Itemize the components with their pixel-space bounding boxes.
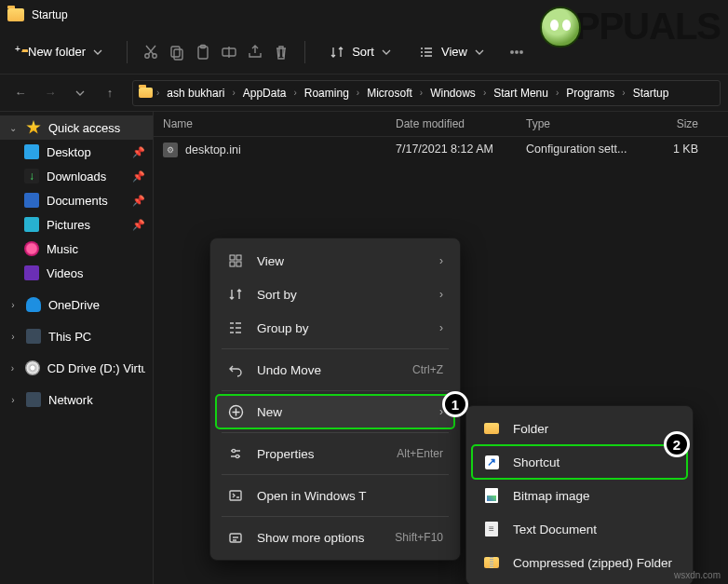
forward-button[interactable]: → — [37, 80, 63, 106]
ctx-label: Show more options — [257, 531, 382, 545]
ctx-more-options[interactable]: Show more options Shift+F10 — [216, 521, 454, 554]
chevron-down-icon: ⌄ — [7, 123, 19, 133]
ctx-label: Sort by — [257, 288, 426, 302]
submenu-text[interactable]: Text Document — [472, 512, 687, 546]
back-button[interactable]: ← — [7, 80, 34, 106]
svg-rect-2 — [171, 47, 180, 57]
file-list-pane[interactable]: Name Date modified Type Size ⚙desktop.in… — [154, 112, 728, 584]
ctx-label: Open in Windows T — [257, 489, 443, 503]
crumb[interactable]: Roaming — [301, 85, 353, 102]
crumb-label: AppData — [243, 87, 287, 100]
svg-rect-17 — [230, 491, 241, 500]
svg-point-0 — [145, 53, 149, 57]
desktop-icon — [24, 144, 39, 159]
network-icon — [26, 392, 41, 407]
recent-button[interactable] — [67, 80, 93, 106]
file-date: 7/17/2021 8:12 AM — [396, 143, 526, 157]
crumb[interactable]: ash bukhari — [163, 85, 228, 102]
watermark: wsxdn.com — [674, 570, 721, 580]
svg-rect-11 — [236, 255, 241, 260]
undo-icon — [227, 361, 244, 378]
bitmap-icon — [483, 487, 500, 504]
ctx-view[interactable]: View › — [216, 244, 454, 278]
chevron-right-icon: › — [439, 254, 443, 267]
sidebar-item-this-pc[interactable]: ›This PC — [0, 324, 153, 348]
sidebar-item-pictures[interactable]: Pictures📌 — [0, 212, 153, 237]
sidebar-item-label: Pictures — [47, 218, 90, 232]
submenu-label: Shortcut — [513, 455, 676, 469]
ctx-label: Properties — [257, 447, 384, 461]
more-button[interactable] — [508, 44, 525, 61]
ctx-open-terminal[interactable]: Open in Windows T — [216, 479, 454, 512]
sidebar-item-onedrive[interactable]: ›OneDrive — [0, 292, 153, 317]
pin-icon: 📌 — [132, 146, 145, 158]
rename-button[interactable] — [221, 44, 237, 61]
terminal-icon — [227, 487, 244, 504]
sidebar-item-quick-access[interactable]: ⌄ Quick access — [0, 115, 153, 140]
pictures-icon — [24, 217, 39, 232]
ctx-undo[interactable]: Undo Move Ctrl+Z — [216, 353, 454, 387]
cut-button[interactable] — [142, 44, 159, 61]
crumb[interactable]: Programs — [562, 85, 618, 102]
col-date[interactable]: Date modified — [396, 117, 526, 130]
sidebar-item-cd-drive[interactable]: ›CD Drive (D:) Virtual — [0, 356, 153, 380]
sidebar-item-downloads[interactable]: Downloads📌 — [0, 164, 153, 188]
separator — [222, 516, 449, 517]
crumb[interactable]: Startup — [629, 85, 673, 102]
up-button[interactable]: ↑ — [97, 80, 123, 106]
copy-button[interactable] — [169, 44, 185, 61]
crumb[interactable]: Windows — [426, 85, 479, 102]
separator — [127, 41, 128, 63]
col-name[interactable]: Name — [163, 117, 396, 130]
annotation-badge-2: 2 — [664, 431, 690, 457]
sidebar-item-label: This PC — [48, 330, 91, 344]
sidebar-item-label: Music — [47, 242, 78, 256]
paste-button[interactable] — [195, 44, 211, 61]
brand-logo: PPUALS — [540, 6, 721, 48]
ctx-properties[interactable]: Properties Alt+Enter — [216, 437, 454, 470]
sidebar-item-documents[interactable]: Documents📌 — [0, 188, 153, 212]
col-type[interactable]: Type — [526, 117, 642, 130]
nav-row: ← → ↑ › ash bukhari› AppData› Roaming› M… — [0, 75, 728, 112]
crumb-label: Microsoft — [367, 87, 412, 100]
annotation-badge-1: 1 — [442, 391, 468, 417]
submenu-zip[interactable]: Compressed (zipped) Folder — [472, 546, 687, 579]
sidebar-item-desktop[interactable]: Desktop📌 — [0, 140, 153, 164]
share-button[interactable] — [247, 44, 263, 61]
file-size: 1 KB — [642, 143, 698, 157]
plus-circle-icon — [227, 403, 244, 420]
sidebar-item-network[interactable]: ›Network — [0, 387, 153, 412]
ctx-sort[interactable]: Sort by › — [216, 278, 454, 311]
column-headers[interactable]: Name Date modified Type Size — [154, 112, 728, 137]
separator — [222, 474, 449, 475]
submenu-label: Compressed (zipped) Folder — [513, 556, 676, 570]
chevron-down-icon — [475, 48, 484, 57]
view-button[interactable]: View — [410, 39, 493, 65]
svg-point-15 — [232, 449, 235, 452]
crumb-label: Roaming — [304, 87, 349, 100]
chevron-right-icon: › — [7, 395, 19, 405]
pin-icon: 📌 — [132, 170, 145, 183]
ctx-label: New — [257, 405, 426, 419]
crumb[interactable]: Start Menu — [490, 85, 552, 102]
sidebar-item-music[interactable]: Music — [0, 237, 153, 261]
sort-button[interactable]: Sort — [320, 39, 400, 65]
breadcrumb[interactable]: › ash bukhari› AppData› Roaming› Microso… — [132, 80, 721, 106]
sidebar-item-videos[interactable]: Videos — [0, 261, 153, 285]
ini-file-icon: ⚙ — [163, 143, 178, 157]
submenu-folder[interactable]: Folder — [472, 412, 687, 445]
new-folder-button[interactable]: New folder — [11, 39, 112, 64]
chevron-right-icon: › — [156, 88, 159, 98]
delete-button[interactable] — [273, 44, 290, 61]
file-row[interactable]: ⚙desktop.ini 7/17/2021 8:12 AM Configura… — [154, 137, 728, 163]
ctx-group[interactable]: Group by › — [216, 311, 454, 345]
sort-icon — [227, 286, 244, 303]
mascot-icon — [540, 7, 581, 48]
sidebar: ⌄ Quick access Desktop📌 Downloads📌 Docum… — [0, 112, 154, 584]
submenu-bitmap[interactable]: Bitmap image — [472, 479, 687, 512]
submenu-shortcut[interactable]: Shortcut — [472, 445, 687, 479]
col-size[interactable]: Size — [642, 117, 698, 130]
ctx-new[interactable]: New › — [216, 395, 454, 428]
crumb[interactable]: Microsoft — [363, 85, 416, 102]
crumb[interactable]: AppData — [239, 85, 290, 102]
